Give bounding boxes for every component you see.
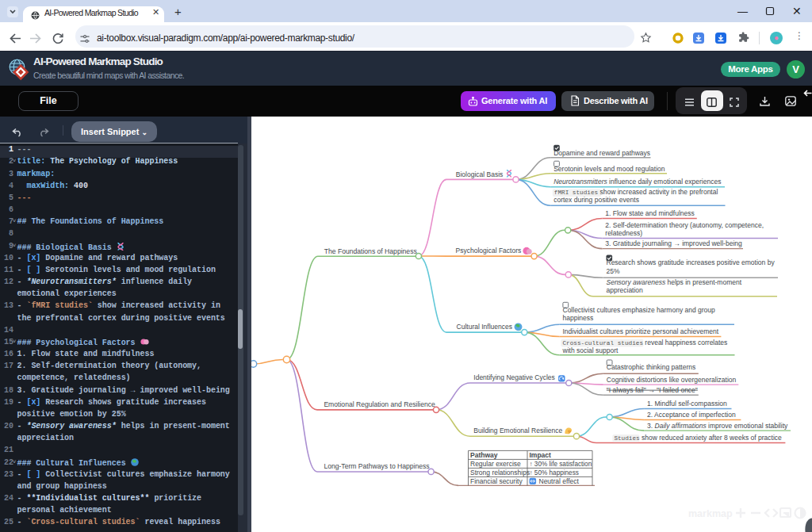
svg-text:Pathway: Pathway: [470, 451, 498, 459]
svg-text:3. Daily affirmations improve: 3. Daily affirmations improve emotional …: [647, 422, 788, 430]
svg-text:2. Acceptance of imperfection: 2. Acceptance of imperfection: [647, 411, 736, 419]
svg-text:25%: 25%: [607, 267, 620, 275]
svg-text:Identifying Negative Cycles: Identifying Negative Cycles: [473, 373, 555, 381]
svg-text:happiness: happiness: [563, 314, 594, 322]
svg-text:Psychological Factors: Psychological Factors: [456, 247, 522, 255]
svg-text:Dopamine and reward pathways: Dopamine and reward pathways: [553, 149, 650, 157]
svg-text:Neurotransmitters influence da: Neurotransmitters influence daily emotio…: [553, 178, 721, 186]
svg-text:Individualist cultures priorit: Individualist cultures prioritize person…: [563, 327, 719, 335]
svg-text:relatedness): relatedness): [605, 229, 642, 237]
svg-text:Cognitive distortions like ove: Cognitive distortions like overgeneraliz…: [607, 376, 737, 384]
svg-text:Strong relationships: Strong relationships: [470, 469, 530, 477]
svg-text:3. Gratitude journaling → impr: 3. Gratitude journaling → improved well-…: [605, 239, 742, 247]
svg-text:Studies show reduced anxiety a: Studies show reduced anxiety after 8 wee…: [614, 434, 782, 442]
svg-text:with social support: with social support: [562, 346, 619, 354]
svg-text:↑ 30% life satisfaction: ↑ 30% life satisfaction: [530, 461, 592, 468]
svg-text:Long-Term Pathways to Happines: Long-Term Pathways to Happiness: [324, 462, 429, 470]
svg-text:appreciation: appreciation: [607, 286, 644, 294]
svg-text:1. Flow state and mindfulness: 1. Flow state and mindfulness: [605, 209, 694, 217]
svg-text:Emotional Regulation and Resil: Emotional Regulation and Resilience: [324, 400, 435, 408]
svg-text:Impact: Impact: [530, 451, 552, 459]
svg-text:Biological Basis: Biological Basis: [456, 170, 504, 178]
svg-text:The Foundations of Happiness: The Foundations of Happiness: [324, 247, 417, 255]
svg-text:"I always fail" → "I failed on: "I always fail" → "I failed once": [607, 386, 698, 394]
svg-text:Sensory awareness helps in pre: Sensory awareness helps in present-momen…: [607, 278, 742, 286]
svg-text:fMRI studies show increased ac: fMRI studies show increased activity in …: [554, 188, 718, 196]
svg-text:Research shows gratitude incre: Research shows gratitude increases posit…: [607, 258, 776, 266]
svg-text:Regular exercise: Regular exercise: [470, 460, 521, 468]
svg-text:Catastrophic thinking patterns: Catastrophic thinking patterns: [607, 363, 695, 371]
svg-text:Cultural Influences: Cultural Influences: [457, 323, 512, 331]
svg-text:2. Self-determination theory (: 2. Self-determination theory (autonomy, …: [605, 221, 764, 229]
svg-text:Serotonin levels and mood regu: Serotonin levels and mood regulation: [553, 165, 665, 173]
svg-text:Cross-cultural studies reveal: Cross-cultural studies reveal happiness …: [563, 339, 728, 346]
svg-text:Building Emotional Resilience: Building Emotional Resilience: [473, 427, 562, 434]
svg-text:Collectivist cultures emphasiz: Collectivist cultures emphasize harmony …: [563, 306, 716, 314]
svg-text:1. Mindful self-compassion: 1. Mindful self-compassion: [647, 400, 727, 408]
svg-text:Neutral effect: Neutral effect: [539, 477, 580, 485]
svg-text:↑ 50% happiness: ↑ 50% happiness: [530, 469, 579, 477]
svg-text:Financial security: Financial security: [470, 477, 523, 485]
svg-text:markmap: markmap: [688, 508, 733, 519]
svg-text:cortex during positive events: cortex during positive events: [553, 196, 639, 204]
